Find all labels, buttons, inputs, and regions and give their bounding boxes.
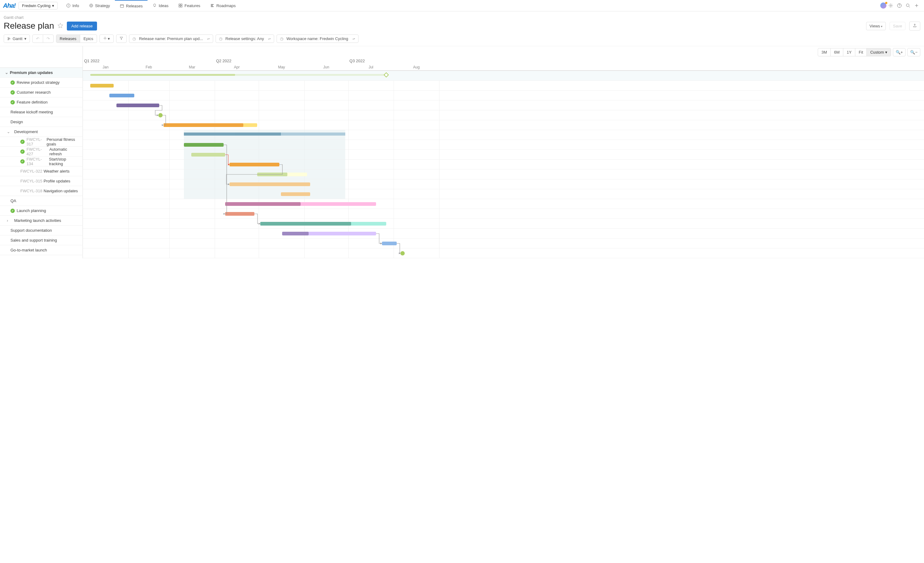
add-release-button[interactable]: Add release [67, 22, 97, 30]
task-bar[interactable] [184, 143, 224, 147]
svg-point-24 [104, 38, 106, 39]
bulb-icon [153, 3, 157, 8]
done-icon [20, 140, 25, 144]
task-row[interactable]: Customer research [0, 87, 82, 98]
task-refid: FWCYL-322 [20, 169, 42, 174]
svg-point-17 [906, 4, 909, 7]
month-label: Aug [413, 65, 420, 69]
redo-button[interactable]: ↷ [43, 35, 53, 42]
star-icon[interactable] [58, 23, 63, 29]
zoom-fit[interactable]: Fit [855, 48, 867, 56]
task-row[interactable]: QA [0, 196, 82, 206]
task-bar[interactable] [90, 84, 114, 87]
caret-down-icon: ▾ [52, 3, 54, 8]
task-row[interactable]: FWCYL-315Profile updates [0, 176, 82, 186]
nav-ideas[interactable]: Ideas [147, 0, 173, 11]
task-list: ⌄Premium plan updatesReview product stra… [0, 46, 83, 258]
chart-row [83, 219, 924, 229]
undo-button[interactable]: ↶ [33, 35, 43, 42]
task-row[interactable]: Support documentation [0, 225, 82, 236]
task-row[interactable]: FWCYL-322Weather alerts [0, 167, 82, 176]
task-row[interactable]: Review product strategy [0, 78, 82, 87]
add-icon[interactable] [912, 1, 921, 10]
task-bar[interactable] [281, 192, 310, 196]
gear-dropdown[interactable]: ▾ [100, 35, 114, 42]
share-button[interactable] [909, 22, 920, 30]
task-row[interactable]: ⌄Premium plan updates [0, 68, 82, 78]
done-icon [20, 149, 25, 154]
nav-roadmaps[interactable]: Roadmaps [205, 0, 240, 11]
task-row[interactable]: Release kickoff meeting [0, 107, 82, 117]
task-bar[interactable] [230, 163, 279, 167]
undo-redo-group: ↶ ↷ [32, 35, 54, 43]
task-label: Sales and support training [10, 238, 57, 243]
help-icon[interactable] [895, 1, 904, 10]
top-nav: Aha! Fredwin Cycling ▾ Info Strategy Rel… [0, 0, 924, 11]
task-label: QA [10, 198, 16, 203]
nav-features[interactable]: Features [173, 0, 205, 11]
zoom-1y[interactable]: 1Y [843, 48, 855, 56]
gantt-dropdown[interactable]: Gantt▾ [4, 35, 30, 43]
releases-tab[interactable]: Releases [56, 35, 80, 42]
task-bar[interactable] [257, 173, 307, 176]
task-row[interactable]: Go-to-market launch [0, 245, 82, 255]
nav-strategy[interactable]: Strategy [84, 0, 115, 11]
task-label: Profile updates [44, 179, 70, 183]
milestone-circle[interactable] [400, 251, 405, 255]
task-row[interactable]: FWCYL-134Start/stop tracking [0, 156, 82, 167]
task-bar[interactable] [225, 212, 254, 216]
task-row[interactable]: Launch planning [0, 206, 82, 216]
task-row[interactable]: ⌄Development [0, 127, 82, 137]
views-dropdown[interactable]: Views [866, 22, 886, 30]
expand-icon[interactable]: ⌄ [5, 70, 8, 75]
zoom-custom[interactable]: Custom ▾ [867, 48, 890, 56]
quarter-label: Q3 2022 [350, 59, 365, 63]
task-bar[interactable] [230, 182, 310, 186]
chart-row [83, 239, 924, 248]
zoom-out[interactable]: 🔍− [908, 48, 920, 56]
task-row[interactable]: FWCYL-427Automatic refresh [0, 147, 82, 156]
task-row[interactable]: FWCYL-317Personal fitness goals [0, 137, 82, 147]
nav-releases[interactable]: Releases [115, 0, 147, 11]
save-button[interactable]: Save [890, 22, 906, 30]
summary-bar[interactable] [90, 74, 235, 76]
settings-icon[interactable] [886, 1, 895, 10]
workspace-selector[interactable]: Fredwin Cycling ▾ [18, 2, 57, 9]
filter-workspace-name[interactable]: ◷Workspace name: Fredwin Cycling▴▾ [277, 35, 358, 43]
task-bar[interactable] [164, 123, 258, 127]
task-row[interactable]: Feature definition [0, 98, 82, 107]
caret-down-icon: ▾ [24, 36, 27, 41]
task-bar[interactable] [116, 104, 159, 107]
group-bar[interactable] [184, 132, 345, 135]
logo: Aha! [3, 2, 15, 9]
zoom-in[interactable]: 🔍+ [893, 48, 906, 56]
task-bar[interactable] [191, 153, 225, 156]
task-bar[interactable] [382, 242, 397, 245]
task-row[interactable]: FWCYL-318Navigation updates [0, 186, 82, 196]
expand-icon[interactable]: ⌄ [7, 129, 10, 134]
task-bar[interactable] [110, 94, 134, 98]
task-bar[interactable] [260, 222, 386, 225]
month-label: Jan [103, 65, 108, 69]
user-avatar[interactable] [880, 3, 886, 9]
zoom-6m[interactable]: 6M [831, 48, 843, 56]
title-bar: Release plan Add release Views Save [0, 20, 924, 35]
task-label: Design [10, 120, 23, 124]
task-row[interactable]: ›Marketing launch activities [0, 216, 82, 225]
task-label: Start/stop tracking [49, 157, 80, 166]
task-bar[interactable] [282, 232, 376, 236]
epics-tab[interactable]: Epics [80, 35, 97, 42]
filter-release-settings[interactable]: ◷Release settings: Any▴▾ [216, 35, 274, 43]
task-row[interactable]: Sales and support training [0, 236, 82, 245]
task-row[interactable]: Design [0, 117, 82, 127]
filter-button[interactable] [116, 35, 127, 43]
gantt-area: ⌄Premium plan updatesReview product stra… [0, 46, 924, 258]
zoom-range-group: 3M 6M 1Y Fit Custom ▾ [818, 48, 891, 56]
task-bar[interactable] [225, 202, 376, 206]
nav-info[interactable]: Info [61, 0, 84, 11]
expand-icon[interactable]: › [7, 218, 8, 223]
filter-release-name[interactable]: ◷Release name: Premium plan upd...▴▾ [129, 35, 213, 43]
zoom-3m[interactable]: 3M [818, 48, 831, 56]
search-icon[interactable] [904, 1, 912, 10]
chart-row [83, 248, 924, 258]
